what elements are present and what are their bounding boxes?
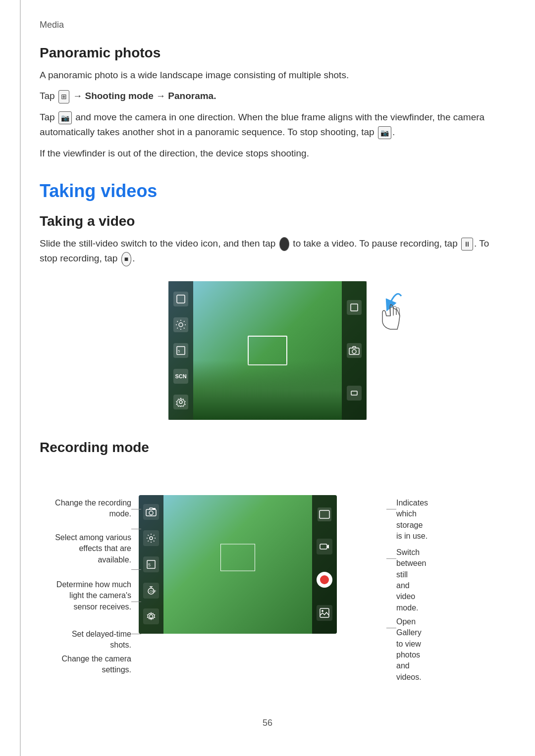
line-switch-mode [386, 558, 396, 559]
svg-point-35 [150, 615, 153, 618]
cam-icon-small-rect [347, 386, 362, 401]
camera-right-sidebar-1 [342, 281, 367, 420]
svg-point-1 [179, 323, 183, 327]
ann-select-effects: Select among variouseffects that areavai… [55, 532, 131, 565]
ann-determine-light: Determine how muchlight the camera'ssens… [56, 579, 131, 612]
page-number: 56 [40, 718, 495, 728]
camera-left-sidebar: 5 SCN [168, 281, 193, 420]
stop-icon: ■ [121, 252, 131, 266]
svg-text:5: 5 [148, 562, 151, 567]
svg-point-39 [321, 610, 323, 612]
line-effects [131, 529, 141, 529]
svg-point-20 [150, 537, 153, 540]
cam2-gallery-icon [317, 605, 332, 621]
svg-rect-19 [153, 508, 156, 510]
cam-icon-camera-right [347, 343, 362, 358]
line-storage [386, 509, 396, 509]
left-border [20, 0, 21, 756]
svg-line-26 [154, 541, 155, 542]
tree-bg [193, 360, 342, 420]
cam2-icon-mode [143, 504, 159, 520]
hand-tap-area [372, 286, 411, 338]
line-exposure [131, 569, 141, 570]
cam2-icon-timer: OFF [143, 583, 159, 599]
tap-instruction: Tap ⊞ → Shooting mode → Panorama. [40, 89, 495, 103]
line-gallery [386, 628, 396, 628]
camera-stop-icon: 📷 [378, 126, 391, 139]
settings-icon: ⊞ [58, 90, 69, 103]
svg-text:OFF: OFF [150, 590, 156, 593]
svg-line-6 [177, 321, 178, 322]
ann-change-camera: Change the camerasettings. [61, 654, 131, 676]
ann-set-delayed: Set delayed-timeshots. [72, 629, 131, 651]
focus-box-2 [220, 544, 255, 571]
svg-point-15 [352, 350, 356, 353]
recording-mode-title: Recording mode [40, 440, 495, 455]
line-delayed [131, 602, 141, 602]
camera-screenshot-1: 5 SCN [40, 281, 495, 420]
cam2-rec-button [317, 572, 332, 588]
cam-icon-sun [173, 317, 188, 332]
camera-ui-2: 5 OFF [139, 495, 337, 634]
svg-point-18 [149, 511, 153, 515]
svg-line-27 [154, 535, 155, 536]
svg-line-9 [177, 328, 178, 329]
cam2-storage-icon [318, 507, 331, 521]
section-label: Media [40, 20, 495, 30]
svg-rect-37 [320, 544, 327, 549]
camera-tap-icon: 📷 [58, 111, 72, 124]
chapter-title: Taking videos [40, 181, 495, 202]
cam2-right-sidebar [312, 495, 337, 634]
svg-line-28 [148, 541, 149, 542]
line-change-recording [131, 509, 141, 509]
panoramic-title: Panoramic photos [40, 45, 495, 61]
svg-text:5: 5 [178, 349, 180, 353]
cam2-icon-exposure: 5 [143, 556, 159, 572]
pause-icon: ⏸ [461, 238, 473, 251]
svg-rect-16 [351, 391, 357, 395]
rec-button-inner [320, 575, 329, 584]
annotated-diagram: Change the recordingmode. Select among v… [40, 470, 495, 698]
svg-rect-13 [351, 304, 358, 311]
viewfinder-note: If the viewfinder is out of the directio… [40, 146, 495, 161]
svg-rect-0 [177, 295, 185, 303]
taking-video-title: Taking a video [40, 213, 495, 229]
cam2-left-sidebar: 5 OFF [139, 495, 163, 634]
svg-line-7 [184, 328, 185, 329]
camera-ui-1: 5 SCN [168, 281, 367, 420]
tap-instruction-bold: → Shooting mode → Panorama. [73, 91, 216, 101]
svg-line-25 [148, 535, 149, 536]
line-camera-settings [131, 634, 141, 634]
cam-icon-top [173, 292, 188, 306]
taking-video-description: Slide the still-video switch to the vide… [40, 236, 495, 266]
recording-mode-section: Recording mode Change the recordingmode.… [40, 440, 495, 698]
cam2-icon-effects [143, 530, 159, 546]
record-icon: ● [279, 237, 289, 251]
ann-change-recording: Change the recordingmode. [55, 498, 131, 520]
svg-point-12 [179, 401, 182, 403]
svg-line-8 [184, 321, 185, 322]
cam2-icon-gear [143, 608, 159, 624]
cam2-switch-icon [317, 539, 332, 554]
svg-rect-38 [320, 608, 329, 617]
cam-icon-gear [173, 395, 188, 409]
cam-icon-scn: SCN [173, 369, 188, 384]
tap-description: Tap 📷 and move the camera in one directi… [40, 110, 495, 140]
panoramic-description: A panoramic photo is a wide landscape im… [40, 68, 495, 83]
cam-icon-storage-right [347, 300, 362, 315]
svg-rect-36 [320, 510, 329, 518]
cam-icon-exposure: 5 [173, 343, 188, 358]
